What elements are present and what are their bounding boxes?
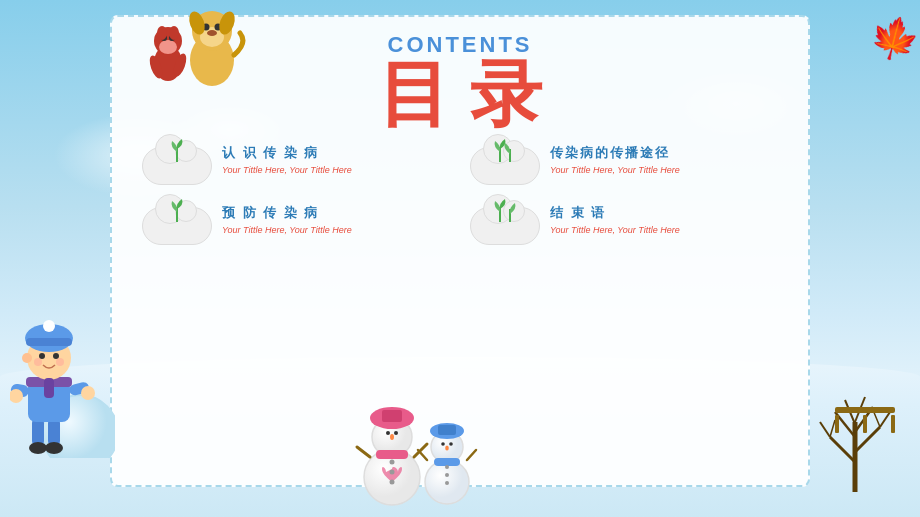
sprout-2 — [490, 137, 520, 165]
item-title-cn-1: 认 识 传 染 病 — [222, 144, 450, 162]
svg-rect-53 — [376, 450, 408, 459]
svg-point-47 — [22, 353, 32, 363]
svg-rect-48 — [44, 378, 54, 398]
bench-leg-right — [891, 415, 895, 433]
cartoon-animals — [140, 5, 240, 95]
item-subtitle-3: Your Tittle Here, Your Tittle Here — [222, 225, 450, 237]
item-title-cn-4: 结 束 语 — [550, 204, 778, 222]
svg-point-57 — [390, 460, 395, 465]
cloud-icon-2 — [470, 135, 540, 185]
svg-rect-29 — [32, 418, 44, 446]
svg-point-17 — [169, 26, 179, 40]
item-text-4: 结 束 语 Your Tittle Here, Your Tittle Here — [550, 204, 778, 237]
svg-line-73 — [418, 450, 427, 460]
item-title-cn-3: 预 防 传 染 病 — [222, 204, 450, 222]
svg-point-67 — [445, 446, 449, 451]
svg-rect-41 — [26, 338, 72, 346]
svg-point-27 — [207, 30, 217, 36]
item-title-cn-2: 传染病的传播途径 — [550, 144, 778, 162]
svg-line-71 — [357, 447, 370, 457]
svg-point-55 — [394, 431, 398, 435]
kid-character — [10, 318, 115, 462]
svg-line-1 — [830, 437, 855, 462]
chinese-lu: 录 — [470, 54, 542, 134]
svg-point-43 — [39, 353, 45, 359]
item-text-1: 认 识 传 染 病 Your Tittle Here, Your Tittle … — [222, 144, 450, 177]
svg-point-68 — [445, 465, 449, 469]
svg-point-42 — [43, 320, 55, 332]
svg-point-16 — [157, 26, 167, 40]
snowmen-decoration — [352, 382, 482, 512]
svg-point-69 — [445, 473, 449, 477]
contents-item-3: 预 防 传 染 病 Your Tittle Here, Your Tittle … — [142, 195, 450, 245]
contents-grid: 认 识 传 染 病 Your Tittle Here, Your Tittle … — [142, 135, 778, 245]
item-text-3: 预 防 传 染 病 Your Tittle Here, Your Tittle … — [222, 204, 450, 237]
bench-leg-center — [863, 415, 867, 433]
svg-line-7 — [820, 422, 830, 437]
item-text-2: 传染病的传播途径 Your Tittle Here, Your Tittle H… — [550, 144, 778, 177]
svg-point-37 — [81, 386, 95, 400]
bench-legs — [835, 415, 895, 433]
bench-seat — [835, 407, 895, 413]
cloud-icon-1 — [142, 135, 212, 185]
svg-point-56 — [390, 434, 394, 440]
svg-line-74 — [467, 450, 476, 460]
svg-point-32 — [45, 442, 63, 454]
svg-point-45 — [34, 358, 42, 366]
sprout-1 — [162, 137, 192, 165]
item-subtitle-1: Your Tittle Here, Your Tittle Here — [222, 165, 450, 177]
svg-point-54 — [386, 431, 390, 435]
svg-point-59 — [390, 480, 395, 485]
svg-point-44 — [53, 353, 59, 359]
svg-point-70 — [445, 481, 449, 485]
svg-point-46 — [56, 358, 64, 366]
svg-point-66 — [449, 442, 453, 446]
item-subtitle-2: Your Tittle Here, Your Tittle Here — [550, 165, 778, 177]
svg-rect-52 — [382, 410, 402, 422]
svg-point-58 — [390, 470, 395, 475]
svg-rect-63 — [438, 425, 456, 435]
cloud-icon-3 — [142, 195, 212, 245]
contents-item-1: 认 识 传 染 病 Your Tittle Here, Your Tittle … — [142, 135, 450, 185]
item-subtitle-4: Your Tittle Here, Your Tittle Here — [550, 225, 778, 237]
contents-item-4: 结 束 语 Your Tittle Here, Your Tittle Here — [470, 195, 778, 245]
contents-item-2: 传染病的传播途径 Your Tittle Here, Your Tittle H… — [470, 135, 778, 185]
svg-point-13 — [159, 40, 177, 54]
svg-rect-64 — [434, 458, 460, 466]
bench-decoration — [835, 407, 895, 437]
svg-rect-30 — [48, 418, 60, 446]
cloud-icon-4 — [470, 195, 540, 245]
sprout-4 — [490, 197, 520, 225]
chinese-mu: 目 — [378, 54, 450, 134]
svg-point-65 — [441, 442, 445, 446]
sprout-3 — [162, 197, 192, 225]
svg-point-31 — [29, 442, 47, 454]
bench-leg-left — [835, 415, 839, 433]
svg-line-72 — [414, 444, 427, 457]
